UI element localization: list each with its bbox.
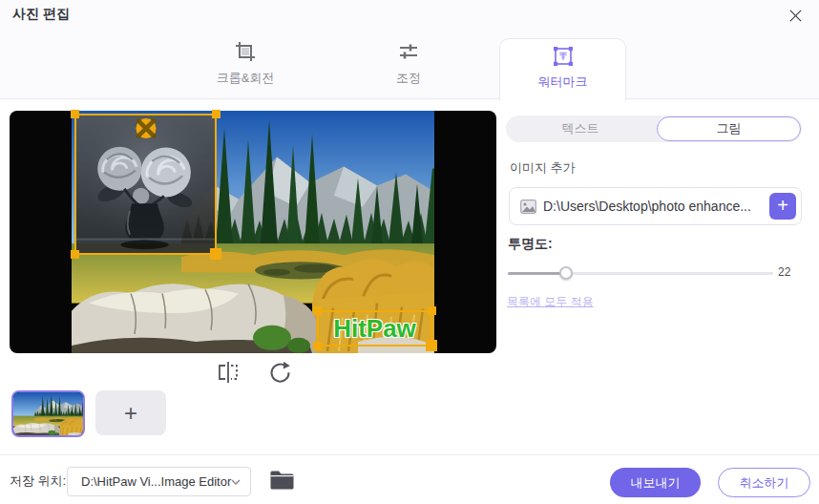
- picture-icon: [520, 200, 536, 214]
- tab-watermark-label: 워터마크: [538, 75, 588, 88]
- remove-watermark-button[interactable]: [136, 118, 156, 138]
- photo-edit-dialog: 사진 편집 크롭&회전 조정: [0, 0, 819, 504]
- resize-handle-top-right[interactable]: [428, 306, 436, 315]
- text-watermark-overlay[interactable]: HitPaw: [317, 310, 432, 346]
- close-window-button[interactable]: [785, 5, 806, 26]
- flip-horizontal-button[interactable]: [216, 360, 241, 385]
- apply-to-all-link[interactable]: 목록에 모두 적용: [507, 294, 594, 310]
- resize-handle-bottom-left[interactable]: [71, 250, 79, 259]
- save-location-label: 저장 위치:: [10, 472, 66, 490]
- mode-text-option[interactable]: 텍스트: [506, 116, 655, 142]
- image-path-value: D:\Users\Desktop\photo enhance...: [543, 199, 751, 214]
- thumbnail-photo: [13, 392, 83, 435]
- resize-handle-bottom-left[interactable]: [313, 342, 322, 350]
- folder-icon: [269, 469, 295, 491]
- opacity-slider-fill: [508, 272, 566, 275]
- resize-handle-bottom-right[interactable]: [210, 248, 221, 260]
- rotate-button[interactable]: [268, 360, 293, 385]
- chevron-down-icon: [231, 479, 241, 485]
- opacity-label: 투명도:: [508, 236, 553, 253]
- close-icon: [788, 9, 803, 23]
- footer: 저장 위치: D:\HitPaw Vi...Image Editor 내보내기 …: [0, 454, 819, 504]
- thumbnail-selected[interactable]: [11, 390, 85, 437]
- window-title: 사진 편집: [12, 6, 70, 23]
- save-location-value: D:\HitPaw Vi...Image Editor: [81, 474, 231, 489]
- tab-adjust[interactable]: 조정: [361, 40, 456, 84]
- add-image-label: 이미지 추가: [510, 159, 576, 177]
- save-location-dropdown[interactable]: D:\HitPaw Vi...Image Editor: [67, 467, 251, 496]
- header: 사진 편집 크롭&회전 조정: [0, 0, 819, 99]
- flip-horizontal-icon: [216, 360, 241, 385]
- open-folder-button[interactable]: [269, 469, 295, 494]
- add-image-button[interactable]: +: [769, 193, 796, 220]
- mode-image-option[interactable]: 그림: [657, 116, 801, 141]
- resize-handle-bottom-right[interactable]: [426, 340, 437, 351]
- watermark-mode-switch: 텍스트 그림: [506, 116, 802, 142]
- opacity-slider-handle[interactable]: [559, 266, 573, 280]
- tab-adjust-label: 조정: [396, 72, 421, 84]
- export-button[interactable]: 내보내기: [610, 468, 701, 497]
- resize-handle-top-right[interactable]: [212, 110, 220, 118]
- crop-icon: [234, 40, 257, 63]
- tab-crop-rotate[interactable]: 크롭&회전: [198, 40, 293, 84]
- add-photo-button[interactable]: +: [95, 390, 166, 435]
- opacity-value: 22: [778, 265, 790, 279]
- cancel-button[interactable]: 취소하기: [718, 468, 810, 497]
- resize-handle-top-left[interactable]: [313, 306, 322, 315]
- remove-watermark-x-icon: [136, 118, 156, 138]
- text-watermark-value: HitPaw: [333, 316, 416, 341]
- tab-watermark[interactable]: 워터마크: [499, 38, 626, 101]
- tab-crop-rotate-label: 크롭&회전: [217, 72, 275, 84]
- watermark-frame-icon: [551, 44, 576, 69]
- image-path-field[interactable]: D:\Users\Desktop\photo enhance... +: [509, 187, 802, 225]
- opacity-slider[interactable]: [508, 266, 773, 280]
- image-watermark-overlay[interactable]: [74, 114, 217, 255]
- resize-handle-top-left[interactable]: [71, 110, 79, 118]
- adjust-sliders-icon: [397, 40, 420, 63]
- rotate-icon: [268, 360, 293, 385]
